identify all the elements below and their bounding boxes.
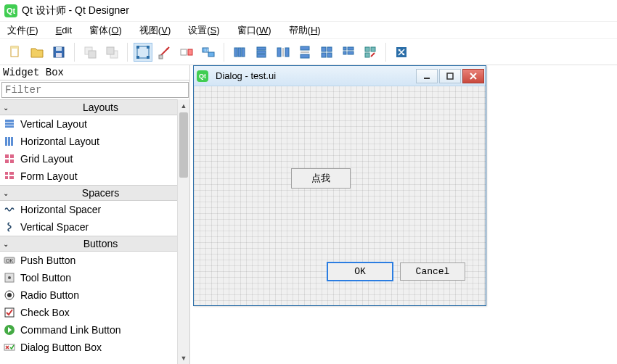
svg-text:OK: OK (6, 258, 13, 263)
widget-vertical-layout[interactable]: Vertical Layout (0, 115, 189, 133)
svg-rect-23 (242, 48, 245, 57)
svg-point-67 (7, 293, 12, 297)
layout-v-splitter-button[interactable] (295, 43, 314, 62)
form-icon (3, 170, 16, 183)
hspacer-icon (3, 203, 16, 216)
layout-form-button[interactable] (339, 43, 358, 62)
category-spacers[interactable]: ⌄ Spacers (0, 185, 189, 201)
svg-rect-22 (238, 48, 241, 57)
widget-form-layout[interactable]: Form Layout (0, 167, 189, 185)
svg-rect-33 (322, 47, 326, 51)
svg-rect-20 (208, 52, 214, 57)
scroll-down-arrow-icon[interactable]: ▼ (178, 352, 189, 364)
bring-front-button[interactable] (102, 43, 121, 62)
widget-label: Check Box (20, 307, 70, 318)
qt-logo-icon: Qt (4, 4, 17, 17)
widget-horizontal-spacer[interactable]: Horizontal Spacer (0, 201, 189, 218)
minimize-button[interactable] (416, 69, 438, 83)
scroll-up-arrow-icon[interactable]: ▲ (178, 99, 189, 112)
cancel-button[interactable]: Cancel (400, 262, 465, 281)
svg-rect-24 (257, 47, 266, 50)
edit-taborder-button[interactable]: 12 (199, 43, 218, 62)
layout-v-button[interactable] (252, 43, 271, 62)
dialog-titlebar[interactable]: Qt Dialog - test.ui (194, 66, 486, 86)
chevron-down-icon: ⌄ (0, 104, 12, 112)
menu-help[interactable]: 帮助(H) (283, 22, 327, 38)
ok-button[interactable]: OK (327, 262, 393, 281)
menu-form[interactable]: 窗体(O) (83, 22, 128, 38)
menu-view[interactable]: 视图(V) (134, 22, 176, 38)
menu-file[interactable]: 文件(F) (1, 22, 44, 38)
menu-window[interactable]: 窗口(W) (232, 22, 277, 38)
widget-label: Push Button (20, 255, 75, 266)
widget-radio-button[interactable]: Radio Button (0, 286, 189, 304)
open-file-button[interactable] (28, 43, 46, 62)
widget-list: ⌄ Layouts Vertical Layout Horizontal Lay… (0, 99, 189, 364)
svg-rect-59 (9, 172, 14, 175)
menu-edit[interactable]: Edit (50, 23, 78, 37)
svg-rect-35 (322, 53, 326, 57)
svg-rect-38 (348, 47, 354, 50)
edit-buddies-button[interactable] (177, 43, 196, 62)
svg-rect-34 (327, 47, 332, 51)
category-layouts[interactable]: ⌄ Layouts (0, 99, 189, 115)
svg-point-65 (8, 276, 11, 279)
send-back-button[interactable] (81, 43, 99, 62)
window-title: Qt 设计师 - Qt Designer (22, 4, 129, 17)
vspacer-icon (3, 220, 16, 233)
chevron-down-icon: ⌄ (0, 189, 12, 197)
svg-rect-15 (159, 55, 163, 59)
radio-icon (3, 289, 16, 302)
svg-rect-42 (371, 47, 375, 51)
svg-rect-53 (11, 137, 13, 146)
category-label: Spacers (12, 187, 189, 199)
svg-rect-58 (5, 172, 8, 175)
widget-push-button[interactable]: OK Push Button (0, 252, 189, 269)
dialog-title: Dialog - test.ui (216, 70, 416, 81)
scroll-thumb[interactable] (179, 112, 188, 178)
widget-vertical-spacer[interactable]: Vertical Spacer (0, 218, 189, 236)
layout-h-splitter-button[interactable] (274, 43, 293, 62)
widget-label: Dialog Button Box (20, 342, 102, 353)
dialog-window: Qt Dialog - test.ui 点我 OK Cancel (193, 65, 486, 306)
svg-rect-31 (301, 54, 309, 58)
svg-rect-49 (5, 123, 14, 125)
grid-icon (3, 152, 16, 165)
svg-rect-27 (277, 48, 281, 57)
category-buttons[interactable]: ⌄ Buttons (0, 236, 189, 252)
svg-line-44 (371, 53, 375, 57)
adjust-size-button[interactable] (392, 43, 411, 62)
svg-rect-21 (234, 48, 237, 57)
layout-h-button[interactable] (230, 43, 249, 62)
new-file-button[interactable] (6, 43, 25, 62)
close-button[interactable] (462, 69, 484, 83)
svg-rect-25 (257, 51, 266, 54)
widget-grid-layout[interactable]: Grid Layout (0, 150, 189, 167)
window-titlebar: Qt Qt 设计师 - Qt Designer (0, 0, 617, 22)
widget-command-link-button[interactable]: Command Link Button (0, 321, 189, 339)
widget-dialog-button-box[interactable]: Dialog Button Box (0, 339, 189, 356)
edit-signals-button[interactable] (155, 43, 174, 62)
design-canvas[interactable]: Qt Dialog - test.ui 点我 OK Cancel (190, 65, 617, 364)
menu-settings[interactable]: 设置(S) (182, 22, 225, 38)
svg-rect-17 (188, 49, 192, 55)
center-button[interactable]: 点我 (291, 168, 351, 189)
svg-rect-61 (9, 176, 14, 179)
svg-rect-3 (56, 47, 62, 51)
widget-tool-button[interactable]: Tool Button (0, 269, 189, 286)
widget-horizontal-layout[interactable]: Horizontal Layout (0, 133, 189, 150)
svg-rect-6 (89, 51, 96, 58)
edit-widgets-button[interactable] (134, 43, 152, 62)
widget-label: Vertical Spacer (20, 221, 89, 233)
maximize-button[interactable] (439, 69, 461, 83)
widget-check-box[interactable]: Check Box (0, 304, 189, 321)
break-layout-button[interactable] (361, 43, 380, 62)
toolbutton-icon (3, 271, 16, 284)
widget-scrollbar[interactable]: ▲ ▼ (177, 99, 189, 364)
save-file-button[interactable] (49, 43, 68, 62)
svg-rect-12 (147, 46, 150, 49)
svg-rect-13 (136, 56, 139, 59)
filter-input[interactable] (1, 82, 189, 98)
dialog-body[interactable]: 点我 OK Cancel (194, 86, 486, 305)
layout-grid-button[interactable] (317, 43, 336, 62)
